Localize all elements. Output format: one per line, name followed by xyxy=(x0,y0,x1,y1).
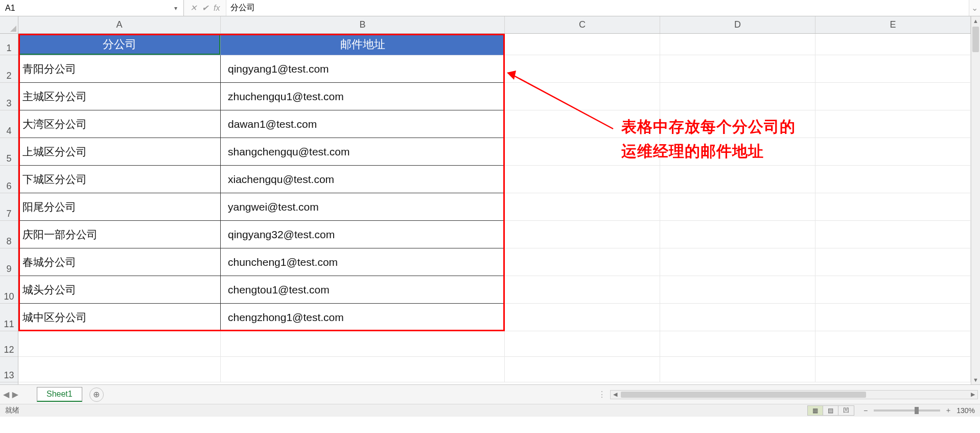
cell[interactable] xyxy=(815,34,971,55)
sheet-tab-active[interactable]: Sheet1 xyxy=(37,387,82,402)
cell[interactable] xyxy=(505,83,660,110)
view-normal-button[interactable]: ▦ xyxy=(808,406,823,415)
vertical-scroll-thumb[interactable] xyxy=(972,27,979,52)
cell[interactable] xyxy=(505,304,660,331)
cell[interactable]: xiachengqu@test.com xyxy=(221,166,505,193)
cell[interactable] xyxy=(505,248,660,276)
cell[interactable] xyxy=(221,331,505,357)
cell[interactable]: zhuchengqu1@test.com xyxy=(221,83,505,110)
cell[interactable]: 上城区分公司 xyxy=(18,138,221,166)
scroll-up-icon[interactable]: ▲ xyxy=(971,16,980,26)
row-header-12[interactable]: 12 xyxy=(0,331,18,357)
formula-input[interactable] xyxy=(226,0,969,16)
row-header-3[interactable]: 3 xyxy=(0,83,18,110)
scroll-down-icon[interactable]: ▼ xyxy=(971,375,980,384)
cell[interactable] xyxy=(18,331,221,357)
zoom-slider-knob[interactable] xyxy=(915,407,919,414)
cell[interactable] xyxy=(815,138,971,166)
cell[interactable]: 春城分公司 xyxy=(18,248,221,276)
table-header-email[interactable]: 邮件地址 xyxy=(221,34,505,55)
name-box-input[interactable] xyxy=(3,3,171,14)
row-header-9[interactable]: 9 xyxy=(0,248,18,276)
row-header-13[interactable]: 13 xyxy=(0,357,18,382)
select-all-corner[interactable] xyxy=(0,16,18,34)
row-header-7[interactable]: 7 xyxy=(0,193,18,221)
cell[interactable]: dawan1@test.com xyxy=(221,110,505,138)
row-header-1[interactable]: 1 xyxy=(0,34,18,55)
row-header-6[interactable]: 6 xyxy=(0,166,18,193)
cell[interactable]: qingyang1@test.com xyxy=(221,55,505,83)
horizontal-scroll-thumb[interactable] xyxy=(621,392,866,398)
column-header-C[interactable]: C xyxy=(505,16,660,33)
row-header-5[interactable]: 5 xyxy=(0,138,18,166)
cell[interactable] xyxy=(660,55,815,83)
confirm-formula-icon[interactable]: ✔ xyxy=(202,3,208,13)
cell[interactable] xyxy=(660,331,815,357)
cell[interactable] xyxy=(815,166,971,193)
vertical-scrollbar[interactable]: ▲ ▼ xyxy=(971,16,980,384)
scroll-left-icon[interactable]: ◀ xyxy=(611,391,620,399)
cell[interactable]: qingyang32@test.com xyxy=(221,221,505,248)
name-box-dropdown-icon[interactable]: ▾ xyxy=(171,5,180,12)
cell[interactable] xyxy=(660,276,815,304)
cell[interactable] xyxy=(660,83,815,110)
cell[interactable] xyxy=(660,221,815,248)
cell[interactable] xyxy=(660,34,815,55)
cell[interactable] xyxy=(815,193,971,221)
cell[interactable] xyxy=(815,55,971,83)
cell[interactable]: yangwei@test.com xyxy=(221,193,505,221)
cell[interactable]: 庆阳一部分公司 xyxy=(18,221,221,248)
cell[interactable]: 阳尾分公司 xyxy=(18,193,221,221)
cell[interactable] xyxy=(815,304,971,331)
row-header-2[interactable]: 2 xyxy=(0,55,18,83)
column-header-E[interactable]: E xyxy=(815,16,971,33)
table-header-branch[interactable]: 分公司 xyxy=(18,34,221,55)
cell[interactable] xyxy=(505,331,660,357)
cell[interactable]: shangchengqu@test.com xyxy=(221,138,505,166)
cell[interactable] xyxy=(815,110,971,138)
cell[interactable] xyxy=(221,357,505,382)
cell[interactable] xyxy=(660,357,815,382)
cell[interactable] xyxy=(505,221,660,248)
row-header-4[interactable]: 4 xyxy=(0,110,18,138)
view-page-layout-button[interactable]: ▤ xyxy=(823,406,838,415)
cell[interactable] xyxy=(815,248,971,276)
cell[interactable]: chengzhong1@test.com xyxy=(221,304,505,331)
column-header-B[interactable]: B xyxy=(221,16,505,33)
cell[interactable] xyxy=(18,357,221,382)
cells-area[interactable]: 分公司邮件地址青阳分公司qingyang1@test.com主城区分公司zhuc… xyxy=(18,34,971,384)
cell[interactable] xyxy=(815,221,971,248)
fx-icon[interactable]: fx xyxy=(214,4,220,13)
cell[interactable]: chuncheng1@test.com xyxy=(221,248,505,276)
row-header-8[interactable]: 8 xyxy=(0,221,18,248)
cell[interactable]: 青阳分公司 xyxy=(18,55,221,83)
cell[interactable] xyxy=(815,83,971,110)
cell[interactable]: 城头分公司 xyxy=(18,276,221,304)
cell[interactable]: chengtou1@test.com xyxy=(221,276,505,304)
cell[interactable]: 下城区分公司 xyxy=(18,166,221,193)
cell[interactable] xyxy=(505,357,660,382)
cell[interactable]: 城中区分公司 xyxy=(18,304,221,331)
column-header-A[interactable]: A xyxy=(18,16,221,33)
tab-scroll-split-icon[interactable]: ⋮ xyxy=(594,390,610,399)
cell[interactable] xyxy=(815,331,971,357)
cancel-formula-icon[interactable]: ✕ xyxy=(190,3,197,13)
cell[interactable] xyxy=(815,276,971,304)
cell[interactable] xyxy=(505,276,660,304)
row-header-10[interactable]: 10 xyxy=(0,276,18,304)
tab-nav-prev-icon[interactable]: ◀ xyxy=(3,390,9,399)
cell[interactable] xyxy=(505,166,660,193)
zoom-slider[interactable] xyxy=(874,409,940,412)
formula-expand-icon[interactable]: ⌄ xyxy=(969,0,980,16)
cell[interactable] xyxy=(660,304,815,331)
name-box[interactable]: ▾ xyxy=(0,0,184,16)
scroll-right-icon[interactable]: ▶ xyxy=(968,391,977,399)
cell[interactable] xyxy=(505,193,660,221)
view-page-break-button[interactable]: 凹 xyxy=(838,406,854,415)
zoom-percent-label[interactable]: 130% xyxy=(956,406,975,415)
row-header-11[interactable]: 11 xyxy=(0,304,18,331)
zoom-out-button[interactable]: − xyxy=(861,406,870,415)
cell[interactable] xyxy=(815,357,971,382)
cell[interactable]: 大湾区分公司 xyxy=(18,110,221,138)
add-sheet-button[interactable]: ⊕ xyxy=(89,388,104,402)
